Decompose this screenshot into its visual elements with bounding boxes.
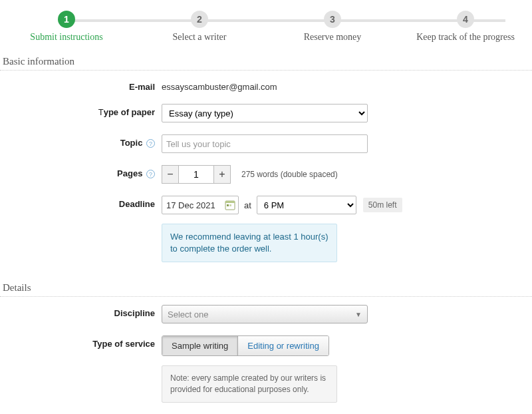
discipline-placeholder: Select one <box>168 310 208 319</box>
progress-steps: 1 Submit instructions 2 Select a writer … <box>0 0 532 48</box>
step-1[interactable]: 1 Submit instructions <box>0 11 133 43</box>
type-of-paper-select[interactable]: Essay (any type) <box>162 104 368 122</box>
deadline-recommendation: We recommend leaving at least 1 hour(s) … <box>162 224 337 262</box>
label-email: E-mail <box>5 79 162 92</box>
chevron-down-icon: ▼ <box>355 311 362 318</box>
step-2[interactable]: 2 Select a writer <box>133 11 266 43</box>
step-3-circle: 3 <box>324 11 341 28</box>
help-icon[interactable]: ? <box>146 139 155 148</box>
label-discipline: Discipline <box>5 305 162 318</box>
deadline-time-select[interactable]: 6 PM <box>257 196 356 214</box>
step-2-circle: 2 <box>191 11 208 28</box>
section-details-title: Details <box>0 274 532 297</box>
time-left-badge: 50m left <box>363 198 402 212</box>
step-1-circle: 1 <box>58 11 75 28</box>
pages-input[interactable] <box>179 165 213 184</box>
service-sample-button[interactable]: Sample writing <box>162 336 237 355</box>
step-4-label: Keep track of the progress <box>399 32 532 43</box>
service-editing-button[interactable]: Editing or rewriting <box>237 336 329 355</box>
pages-note: 275 words (double spaced) <box>241 170 338 179</box>
deadline-date-value: 17 Dec 2021 <box>166 200 221 210</box>
help-icon[interactable]: ? <box>146 170 155 178</box>
label-type-of-service: Type of service <box>5 335 162 349</box>
step-3[interactable]: 3 Reserve money <box>266 11 399 43</box>
pages-decrement-button[interactable]: − <box>162 165 179 184</box>
discipline-select[interactable]: Select one ▼ <box>162 305 368 323</box>
label-topic: Topic ? <box>5 134 162 148</box>
label-pages: Pages ? <box>5 165 162 178</box>
deadline-date-input[interactable]: 17 Dec 2021 <box>162 196 239 214</box>
svg-rect-1 <box>225 201 235 203</box>
service-toggle: Sample writing Editing or rewriting <box>162 335 329 356</box>
service-note: Note: every sample created by our writer… <box>162 365 337 403</box>
section-basic-title: Basic information <box>0 48 532 71</box>
label-deadline: Deadline <box>5 196 162 209</box>
at-label: at <box>244 200 251 210</box>
svg-rect-2 <box>227 204 229 206</box>
pages-stepper: − + <box>162 165 231 184</box>
step-4-circle: 4 <box>457 11 474 28</box>
step-1-label: Submit instructions <box>0 32 133 43</box>
step-3-label: Reserve money <box>266 32 399 43</box>
pages-increment-button[interactable]: + <box>213 165 231 184</box>
svg-rect-3 <box>229 204 231 206</box>
label-type-of-paper: Type of paper <box>5 104 162 117</box>
calendar-icon <box>225 200 235 210</box>
step-4[interactable]: 4 Keep track of the progress <box>399 11 532 43</box>
topic-input[interactable] <box>162 134 368 153</box>
email-value: essayscambuster@gmail.com <box>162 79 532 92</box>
step-2-label: Select a writer <box>133 32 266 43</box>
